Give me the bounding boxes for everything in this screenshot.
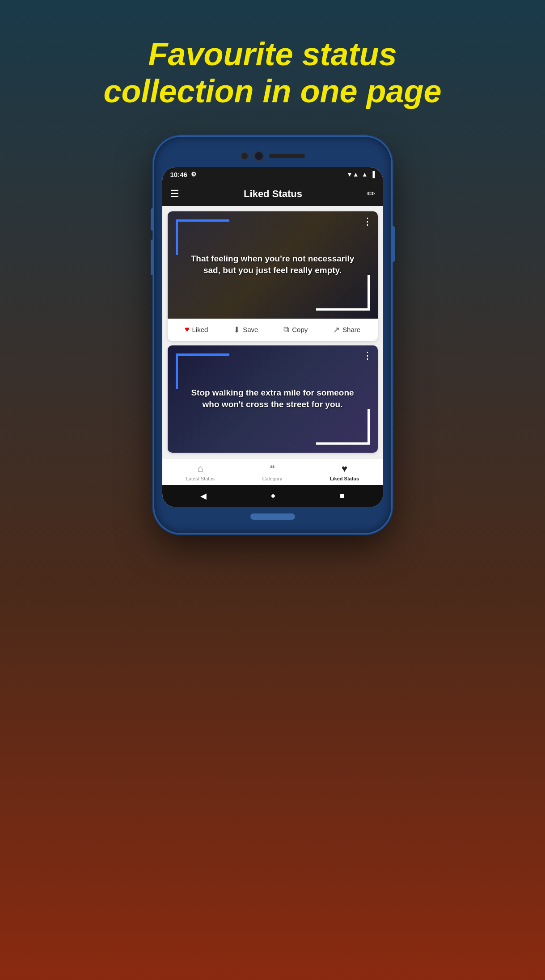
headline: Favourite status collection in one page — [76, 36, 468, 110]
share-button[interactable]: ↗ Share — [333, 325, 360, 335]
copy-button[interactable]: ⧉ Copy — [283, 325, 308, 334]
copy-label: Copy — [292, 326, 308, 333]
share-icon: ↗ — [333, 325, 340, 335]
save-button[interactable]: ⬇ Save — [233, 325, 258, 335]
recents-button[interactable]: ■ — [340, 491, 345, 501]
heart-icon: ♥ — [185, 325, 190, 334]
card-1-actions: ♥ Liked ⬇ Save ⧉ Copy ↗ Share — [168, 319, 378, 341]
liked-nav-icon: ♥ — [342, 463, 347, 475]
app-title: Liked Status — [244, 188, 302, 200]
status-card-2: Stop walking the extra mile for someone … — [168, 345, 378, 453]
battery-icon: ▐ — [371, 171, 375, 178]
signal-icon: ▲ — [362, 171, 368, 178]
save-icon: ⬇ — [233, 325, 240, 335]
nav-item-category[interactable]: ❝ Category — [262, 463, 283, 481]
nav-item-latest-status[interactable]: ⌂ Latest Status — [186, 463, 215, 481]
share-label: Share — [342, 326, 360, 333]
phone-shell: 10:46 ⚙ ▼▲ ▲ ▐ ☰ Liked Status ✏ — [154, 137, 391, 533]
card-2-bracket-bottom-right — [316, 409, 370, 445]
card-1-more-icon[interactable]: ⋮ — [363, 217, 372, 227]
save-label: Save — [243, 326, 258, 333]
bracket-decoration-top-left — [176, 219, 229, 255]
status-card-1: That feeling when you're not necessarily… — [168, 211, 378, 341]
phone-screen: 10:46 ⚙ ▼▲ ▲ ▐ ☰ Liked Status ✏ — [162, 167, 383, 507]
status-bar-right: ▼▲ ▲ ▐ — [346, 171, 375, 178]
liked-button[interactable]: ♥ Liked — [185, 325, 208, 334]
home-nav-icon: ⌂ — [197, 463, 203, 475]
wifi-icon: ▼▲ — [346, 171, 359, 178]
category-nav-icon: ❝ — [270, 463, 275, 475]
status-time: 10:46 — [170, 171, 187, 178]
card-1-bg: That feeling when you're not necessarily… — [168, 211, 378, 319]
status-bar: 10:46 ⚙ ▼▲ ▲ ▐ — [162, 167, 383, 182]
bottom-nav: ⌂ Latest Status ❝ Category ♥ Liked Statu… — [162, 458, 383, 485]
headline-line2: collection in one page — [103, 73, 441, 109]
app-bar: ☰ Liked Status ✏ — [162, 182, 383, 206]
card-2-bracket-top-left — [176, 353, 229, 389]
nav-label-latest-status: Latest Status — [186, 476, 215, 481]
edit-icon[interactable]: ✏ — [367, 188, 375, 200]
home-button[interactable]: ● — [271, 491, 276, 501]
headline-line1: Favourite status — [148, 36, 397, 72]
liked-label: Liked — [192, 326, 208, 333]
hamburger-menu-icon[interactable]: ☰ — [170, 188, 179, 200]
content-area: That feeling when you're not necessarily… — [162, 206, 383, 458]
home-pill — [250, 513, 295, 520]
settings-icon: ⚙ — [191, 171, 197, 178]
earpiece-speaker — [269, 154, 305, 158]
phone-top-bar — [162, 145, 383, 167]
nav-label-category: Category — [262, 476, 283, 481]
phone-bottom — [162, 507, 383, 520]
system-nav-bar: ◀ ● ■ — [162, 485, 383, 507]
front-camera-main — [254, 151, 264, 161]
front-camera-secondary — [241, 152, 249, 160]
volume-down-button — [151, 240, 153, 275]
card-2-image: Stop walking the extra mile for someone … — [168, 345, 378, 453]
copy-icon: ⧉ — [283, 325, 289, 334]
back-button[interactable]: ◀ — [200, 491, 207, 501]
nav-label-liked-status: Liked Status — [330, 476, 359, 481]
card-2-quote: Stop walking the extra mile for someone … — [189, 387, 357, 411]
status-bar-left: 10:46 ⚙ — [170, 171, 197, 178]
bracket-decoration-bottom-right — [316, 275, 370, 311]
card-2-more-icon[interactable]: ⋮ — [363, 351, 372, 361]
card-1-quote: That feeling when you're not necessarily… — [189, 253, 357, 277]
card-2-bg: Stop walking the extra mile for someone … — [168, 345, 378, 453]
volume-up-button — [151, 208, 153, 231]
card-1-image: That feeling when you're not necessarily… — [168, 211, 378, 319]
nav-item-liked-status[interactable]: ♥ Liked Status — [330, 463, 359, 481]
power-button — [392, 226, 395, 262]
